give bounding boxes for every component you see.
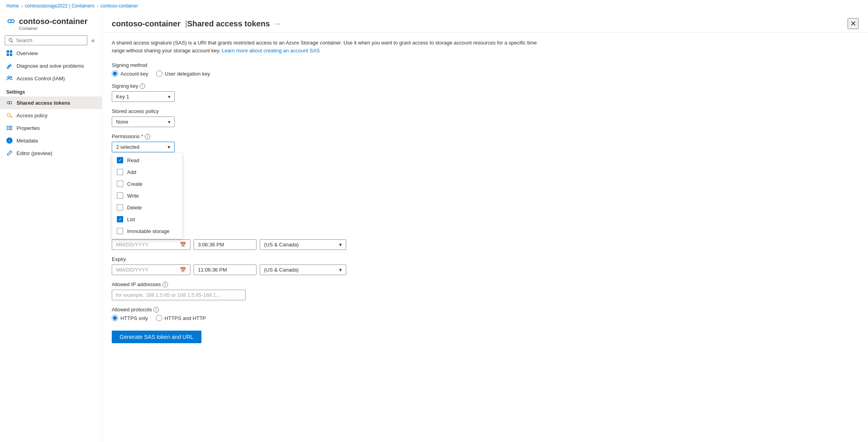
list-checkbox[interactable] [117,216,123,222]
delete-checkbox[interactable] [117,204,123,211]
signing-method-label: Signing method [112,62,859,68]
sidebar-item-overview[interactable]: Overview [0,47,102,59]
permission-immutable[interactable]: Immutable storage [112,225,182,237]
svg-rect-4 [7,50,9,53]
allowed-ip-input[interactable] [112,290,246,300]
start-date-input[interactable]: MM/DD/YYYY 📅 [112,239,190,250]
key-icon [6,112,13,118]
permission-delete[interactable]: Delete [112,202,182,213]
allowed-protocols-label: Allowed protocols i [112,307,859,313]
sidebar: contoso-container Container « [0,12,102,442]
sidebar-item-label: Properties [17,125,40,131]
permission-read[interactable]: Read [112,154,182,166]
wrench-icon [6,63,13,69]
start-datetime-row: MM/DD/YYYY 📅 3:06:36 PM (US & Canada) ▾ [112,239,859,250]
sidebar-item-label: Diagnose and solve problems [17,63,84,69]
svg-point-1 [11,20,14,23]
breadcrumb-container[interactable]: contoso-container [100,3,138,9]
main-content: contoso-container | Shared access tokens… [102,12,868,442]
signing-key-info-icon[interactable]: i [140,83,145,89]
signing-method-section: Signing method Account key User delegati… [112,62,859,77]
sidebar-title: contoso-container [6,17,96,26]
chevron-down-icon: ▾ [168,119,170,125]
breadcrumb-home[interactable]: Home [6,3,19,9]
start-section: Start i MM/DD/YYYY 📅 3:06:36 PM (US & Ca… [112,231,859,250]
https-http-radio[interactable]: HTTPS and HTTP [156,315,206,321]
ip-info-icon[interactable]: i [163,282,168,287]
account-key-radio[interactable]: Account key [112,70,148,77]
start-time-input[interactable]: 3:06:36 PM [194,239,257,250]
grid-icon [6,50,13,56]
stored-access-policy-section: Stored access policy None ▾ [112,108,859,127]
expiry-datetime-row: MM/DD/YYYY 📅 11:06:36 PM (US & Canada) ▾ [112,264,859,275]
create-checkbox[interactable] [117,181,123,187]
learn-more-link[interactable]: Learn more about creating an account SAS [222,48,319,54]
protocols-radio-group: HTTPS only HTTPS and HTTP [112,315,859,321]
signing-key-dropdown[interactable]: Key 1 ▾ [112,91,175,102]
start-timezone-select[interactable]: (US & Canada) ▾ [260,239,346,250]
signing-key-label: Signing key i [112,83,859,89]
permissions-info-icon[interactable]: i [145,134,150,139]
protocols-info-icon[interactable]: i [153,307,159,313]
close-button[interactable]: ✕ [848,18,859,29]
more-options-button[interactable]: ··· [275,20,281,28]
stored-access-policy-dropdown[interactable]: None ▾ [112,117,175,127]
permissions-section: Permissions * i 2 selected ▾ Read [112,133,859,152]
svg-rect-14 [9,126,12,127]
link-icon [6,100,13,106]
sidebar-item-diagnose[interactable]: Diagnose and solve problems [0,59,102,72]
https-only-radio[interactable]: HTTPS only [112,315,148,321]
sidebar-nav: Overview Diagnose and solve problems [0,47,102,436]
permission-create[interactable]: Create [112,178,182,190]
chevron-down-icon: ▾ [339,242,342,248]
https-http-label: HTTPS and HTTP [164,315,206,321]
page-description: A shared access signature (SAS) is a URI… [112,39,545,54]
user-delegation-key-radio[interactable]: User delegation key [156,70,210,77]
svg-text:i: i [9,139,10,143]
sidebar-item-editor[interactable]: Editor (preview) [0,147,102,159]
svg-rect-16 [9,128,12,128]
bars-icon [6,125,13,131]
calendar-icon[interactable]: 📅 [180,267,186,273]
allowed-protocols-section: Allowed protocols i HTTPS only HTTPS and… [112,307,859,321]
permission-add[interactable]: Add [112,166,182,178]
allowed-ip-section: Allowed IP addresses i [112,281,859,300]
page-title: Shared access tokens [187,19,270,28]
signing-key-section: Signing key i Key 1 ▾ [112,83,859,102]
calendar-icon[interactable]: 📅 [180,242,186,248]
add-checkbox[interactable] [117,169,123,175]
sidebar-item-metadata[interactable]: i Metadata [0,134,102,147]
info-circle-icon: i [6,137,13,144]
breadcrumb-storage[interactable]: contosostorage2022 | Containers [25,3,94,9]
permissions-dropdown-trigger[interactable]: 2 selected ▾ [112,142,175,152]
permissions-label: Permissions * i [112,133,859,139]
search-input[interactable] [16,37,84,43]
svg-point-2 [9,38,12,41]
expiry-timezone-select[interactable]: (US & Canada) ▾ [260,264,346,275]
allowed-ip-label: Allowed IP addresses i [112,281,859,287]
sidebar-item-access-policy[interactable]: Access policy [0,109,102,122]
page-container-name: contoso-container [112,19,180,28]
content-body: A shared access signature (SAS) is a URI… [102,33,868,350]
sidebar-item-properties[interactable]: Properties [0,122,102,134]
collapse-sidebar-button[interactable]: « [89,36,97,45]
expiry-time-input[interactable]: 11:06:36 PM [194,264,257,275]
sidebar-item-shared-access-tokens[interactable]: Shared access tokens [0,96,102,109]
read-checkbox[interactable] [117,157,123,163]
svg-rect-7 [10,54,12,56]
permission-write[interactable]: Write [112,190,182,202]
permission-list[interactable]: List [112,213,182,225]
breadcrumb: Home › contosostorage2022 | Containers ›… [0,0,868,12]
sidebar-item-label: Editor (preview) [17,150,52,156]
generate-sas-button[interactable]: Generate SAS token and URL [112,331,201,343]
signing-method-radio-group: Account key User delegation key [112,70,859,77]
immutable-checkbox[interactable] [117,228,123,234]
write-checkbox[interactable] [117,192,123,199]
chevron-down-icon: ▾ [168,144,170,150]
pencil-icon [6,150,13,156]
expiry-date-input[interactable]: MM/DD/YYYY 📅 [112,264,190,275]
sidebar-item-iam[interactable]: Access Control (IAM) [0,72,102,85]
svg-line-3 [12,41,13,43]
svg-point-9 [10,76,12,78]
stored-access-policy-value: None [116,119,128,125]
